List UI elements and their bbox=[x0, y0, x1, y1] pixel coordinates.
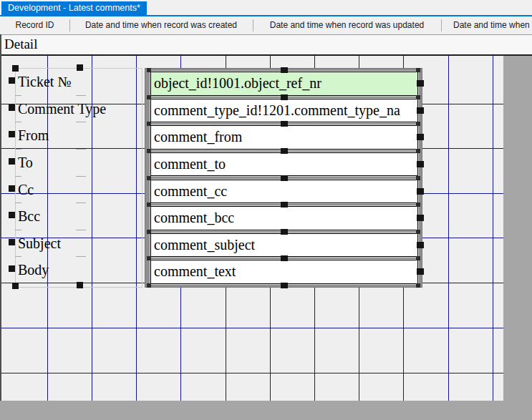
report-designer-window: Development - Latest comments* Record ID… bbox=[0, 0, 532, 420]
field-comment-text[interactable]: comment_text bbox=[150, 260, 418, 284]
frame-corner bbox=[416, 149, 420, 153]
label-text: From bbox=[18, 122, 49, 150]
resize-handle[interactable] bbox=[281, 175, 288, 181]
label-text: Comment Type bbox=[18, 96, 106, 123]
label-cc[interactable]: Cc bbox=[1, 177, 145, 204]
label-subject[interactable]: Subject bbox=[1, 230, 145, 258]
frame-corner bbox=[147, 95, 151, 99]
resize-handle[interactable] bbox=[417, 107, 424, 114]
field-comment-cc[interactable]: comment_cc bbox=[150, 180, 418, 204]
resize-handle[interactable] bbox=[417, 215, 424, 221]
field-comment-from[interactable]: comment_from bbox=[150, 125, 418, 150]
frame-corner bbox=[416, 122, 420, 126]
grid-column-header-row: Record ID Date and time when record was … bbox=[0, 16, 532, 34]
label-text: Body bbox=[18, 257, 49, 284]
frame-corner bbox=[416, 256, 420, 260]
resize-handle[interactable] bbox=[417, 161, 424, 167]
column-separator bbox=[441, 19, 442, 31]
field-object-ref-nr[interactable]: object_id!1001.object_ref_nr bbox=[150, 72, 418, 96]
frame-corner bbox=[147, 230, 151, 234]
frame-corner bbox=[147, 176, 151, 180]
label-body[interactable]: Body bbox=[1, 257, 145, 284]
resize-handle[interactable] bbox=[281, 202, 288, 207]
outside-page-area bbox=[0, 401, 532, 420]
outside-page-area bbox=[503, 56, 532, 401]
frame-corner bbox=[147, 256, 151, 260]
label-text: Subject bbox=[18, 230, 61, 258]
grid-line bbox=[1, 373, 503, 373]
label-to[interactable]: To bbox=[1, 150, 145, 177]
resize-handle[interactable] bbox=[417, 268, 424, 275]
field-comment-bcc[interactable]: comment_bcc bbox=[150, 206, 418, 230]
column-header-next[interactable]: Date and time when bbox=[441, 16, 532, 34]
resize-handle[interactable] bbox=[9, 104, 15, 111]
resize-handle[interactable] bbox=[281, 121, 288, 127]
resize-handle[interactable] bbox=[9, 185, 15, 192]
frame-corner bbox=[416, 68, 420, 72]
tab-development-latest-comments[interactable]: Development - Latest comments* bbox=[1, 1, 147, 15]
detail-band-header[interactable]: Detail bbox=[0, 34, 532, 56]
resize-handle[interactable] bbox=[9, 212, 15, 218]
resize-handle[interactable] bbox=[281, 94, 288, 100]
frame-corner bbox=[416, 230, 420, 234]
frame-corner bbox=[147, 68, 151, 72]
field-comment-type-name[interactable]: comment_type_id!1201.comment_type_na bbox=[150, 99, 418, 123]
column-header-record-id[interactable]: Record ID bbox=[0, 16, 69, 34]
field-comment-to[interactable]: comment_to bbox=[150, 152, 418, 177]
frame-corner bbox=[416, 176, 420, 180]
label-text: To bbox=[18, 150, 33, 177]
label-text: Ticket № bbox=[18, 69, 71, 96]
label-from[interactable]: From bbox=[1, 122, 145, 150]
resize-handle[interactable] bbox=[281, 283, 288, 288]
field-comment-subject[interactable]: comment_subject bbox=[150, 233, 418, 258]
frame-corner bbox=[416, 95, 420, 99]
resize-handle[interactable] bbox=[9, 239, 15, 245]
resize-handle[interactable] bbox=[281, 255, 288, 261]
fields-selection-frame: object_id!1001.object_ref_nr comment_typ… bbox=[145, 69, 422, 287]
resize-handle[interactable] bbox=[281, 67, 288, 73]
frame-corner bbox=[147, 122, 151, 126]
label-comment-type[interactable]: Comment Type bbox=[1, 96, 145, 123]
resize-handle[interactable] bbox=[281, 148, 288, 154]
resize-handle[interactable] bbox=[9, 265, 15, 272]
label-ticket-no[interactable]: Ticket № bbox=[1, 69, 145, 96]
frame-corner bbox=[147, 202, 151, 207]
frame-corner bbox=[416, 283, 420, 288]
column-separator bbox=[253, 19, 253, 31]
resize-handle[interactable] bbox=[281, 229, 288, 235]
column-separator bbox=[69, 19, 70, 31]
label-text: Bcc bbox=[18, 203, 40, 230]
label-text: Cc bbox=[18, 177, 34, 204]
grid-line bbox=[448, 56, 449, 401]
resize-handle[interactable] bbox=[417, 188, 424, 195]
column-header-created[interactable]: Date and time when record was created bbox=[69, 16, 253, 34]
resize-handle[interactable] bbox=[417, 80, 424, 87]
frame-corner bbox=[416, 202, 420, 207]
grid-line bbox=[1, 328, 503, 328]
resize-handle[interactable] bbox=[9, 158, 15, 165]
frame-corner bbox=[147, 149, 151, 153]
frame-corner bbox=[147, 283, 151, 288]
grid-line bbox=[493, 56, 493, 401]
resize-handle[interactable] bbox=[417, 242, 424, 248]
design-canvas[interactable]: Ticket № Comment Type From To Cc Bcc Sub… bbox=[1, 56, 503, 401]
label-bcc[interactable]: Bcc bbox=[1, 203, 145, 230]
resize-handle[interactable] bbox=[9, 77, 15, 84]
column-header-updated[interactable]: Date and time when record was updated bbox=[253, 16, 441, 34]
resize-handle[interactable] bbox=[9, 131, 15, 137]
resize-handle[interactable] bbox=[417, 134, 424, 140]
